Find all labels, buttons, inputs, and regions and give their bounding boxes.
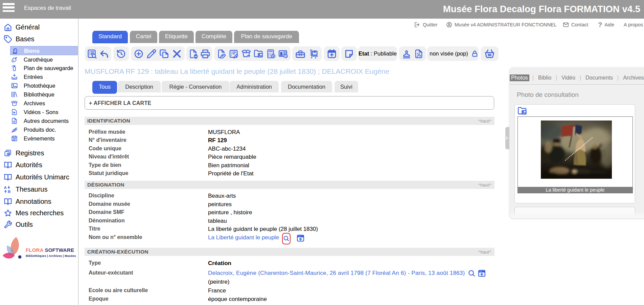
svg-text:A: A [4,185,6,189]
svg-text:B: B [7,189,10,193]
